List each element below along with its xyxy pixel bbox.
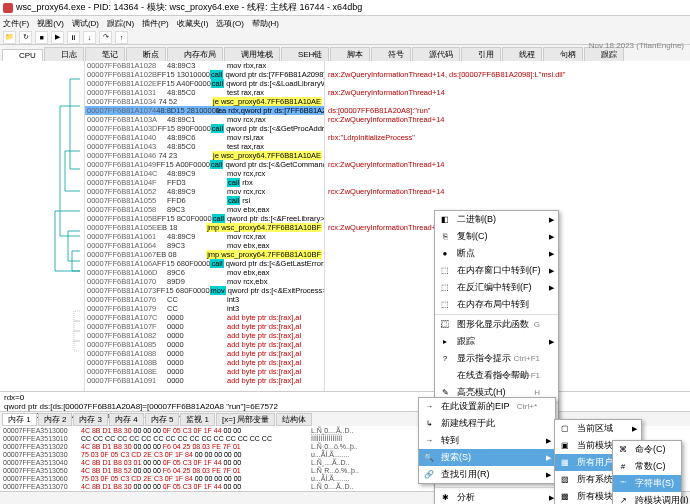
tab-10[interactable]: 引用 [461,47,501,61]
menu-item[interactable]: 跟踪(N) [107,18,134,29]
disasm-row[interactable]: 00007FF6B81A104048:89C6mov rsi,rax [85,133,324,142]
disasm-row[interactable]: 00007FF6B81A102BFF15 13010000call qword … [85,70,324,79]
tab-1[interactable]: 日志 [44,47,84,61]
dump-tab[interactable]: 结构体 [276,413,312,426]
tab-5[interactable]: 调用堆栈 [224,47,280,61]
menu-item[interactable]: ""字符串(S) [613,475,681,492]
menu-item[interactable]: 帮助(H) [252,18,279,29]
disasm-row[interactable]: 00007FF6B81A107C0000add byte ptr ds:[rax… [85,313,324,322]
menu-item[interactable]: ◧二进制(B)▶ [435,211,558,228]
menu-item[interactable]: 视图(V) [37,18,64,29]
disassembly-view[interactable]: 00007FF6B81A102848:89C3mov rbx,rax00007F… [85,61,325,391]
menu-item[interactable]: 在线查看指令帮助Ctrl+Shift+F1 [435,367,558,384]
disasm-row[interactable]: 00007FF6B81A1079CCint3 [85,304,324,313]
dump-tab[interactable]: [x=] 局部变量 [216,413,275,426]
dump-tab[interactable]: 内存 2 [38,413,73,426]
menu-item[interactable]: ⬚在内存窗口中转到(F)▶ [435,262,558,279]
menu-item[interactable]: 收藏夹(I) [177,18,209,29]
disasm-row[interactable]: 00007FF6B81A107089D9mov rcx,ebx [85,277,324,286]
menu-item[interactable]: ▢当前区域▶ [555,420,641,437]
menu-item[interactable]: 🔍搜索(S)▶ [419,449,555,466]
dump-tab[interactable]: 内存 4 [109,413,144,426]
menu-item[interactable]: ⿴图形化显示此函数G [435,316,558,333]
disasm-row[interactable]: 00007FF6B81A10880000add byte ptr ds:[rax… [85,349,324,358]
restart-button[interactable]: ↻ [19,31,32,44]
dump-tab[interactable]: 监视 1 [180,413,215,426]
disasm-row[interactable]: 00007FF6B81A103148:85C0test rax,rax [85,88,324,97]
disasm-row[interactable]: 00007FF6B81A106489C3mov ebx,eax [85,241,324,250]
disasm-row[interactable]: 00007FF6B81A104348:85C0test rax,rax [85,142,324,151]
menu-item[interactable]: 调试(D) [72,18,99,29]
comment-row [328,61,687,70]
disasm-row[interactable]: 00007FF6B81A106148:89C9mov rcx,rax [85,232,324,241]
disasm-row[interactable]: 00007FF6B81A105EEB 18jmp wsc_proxy64.7FF… [85,223,324,232]
stop-button[interactable]: ■ [35,31,48,44]
context-menu-sub3[interactable]: ⌘命令(C)#常数(C)""字符串(S)↗跨模块调用(I)⇄互相引用(C){}G… [612,440,682,504]
menu-item[interactable]: →转到▶ [419,432,555,449]
step-over-button[interactable]: ↷ [99,31,112,44]
menu-item[interactable]: ⬚在内存布局中转到 [435,296,558,313]
disasm-row[interactable]: 00007FF6B81A1073FF15 680F0000mov qword p… [85,286,324,295]
disasm-row[interactable]: 00007FF6B81A106AFF15 680F0000call qword … [85,259,324,268]
step-into-button[interactable]: ↓ [83,31,96,44]
menu-item[interactable]: ▸跟踪▶ [435,333,558,350]
shortcut: G [534,320,540,329]
menu-item[interactable]: →在此设置新的EIPCtrl+* [419,398,555,415]
menu-item[interactable]: 文件(F) [3,18,29,29]
menu-item[interactable]: ?显示指令提示Ctrl+F1 [435,350,558,367]
disasm-row[interactable]: 00007FF6B81A1055FFD6call rsi [85,196,324,205]
tab-11[interactable]: 线程 [502,47,542,61]
disasm-row[interactable]: 00007FF6B81A1076CCint3 [85,295,324,304]
tab-0[interactable]: CPU [2,49,43,61]
tab-8[interactable]: 符号 [371,47,411,61]
disasm-row[interactable]: 00007FF6B81A103DFF15 890F0000call qword … [85,124,324,133]
disasm-row[interactable]: 00007FF6B81A106D89C6mov ebx,eax [85,268,324,277]
info-line: qword ptr ds:[ds:[00007FF6B81A20A8]=[000… [4,402,686,411]
disasm-row[interactable]: 00007FF6B81A10820000add byte ptr ds:[rax… [85,331,324,340]
menu-item[interactable]: 插件(P) [142,18,169,29]
menu-item[interactable]: ✱分析▶ [435,489,558,504]
disasm-row[interactable]: 00007FF6B81A104C48:89C9mov rcx,rcx [85,169,324,178]
disasm-row[interactable]: 00007FF6B81A107448:8D15 28100000lea rdx,… [85,106,324,115]
step-out-button[interactable]: ↑ [115,31,128,44]
disasm-row[interactable]: 00007FF6B81A104FFFD3call rbx [85,178,324,187]
pause-button[interactable]: ⏸ [67,31,80,44]
disasm-row[interactable]: 00007FF6B81A108B0000add byte ptr ds:[rax… [85,358,324,367]
menu-item[interactable]: ↳新建线程于此 [419,415,555,432]
menu-item[interactable]: 选项(O) [216,18,244,29]
open-button[interactable]: 📁 [3,31,16,44]
menu-item[interactable]: 🔗查找引用(R)▶ [419,466,555,483]
dump-tab[interactable]: 内存 3 [73,413,108,426]
tab-3[interactable]: 断点 [126,47,166,61]
tab-2[interactable]: 笔记 [85,47,125,61]
disasm-row[interactable]: 00007FF6B81A102848:89C3mov rbx,rax [85,61,324,70]
dump-tab[interactable]: 内存 5 [145,413,180,426]
disasm-row[interactable]: 00007FF6B81A1049FF15 A00F0000call qword … [85,160,324,169]
disasm-row[interactable]: 00007FF6B81A107F0000add byte ptr ds:[rax… [85,322,324,331]
menu-item[interactable]: ⌘命令(C) [613,441,681,458]
dump-tab[interactable]: 内存 1 [2,413,37,426]
context-menu-sub1[interactable]: →在此设置新的EIPCtrl+*↳新建线程于此→转到▶🔍搜索(S)▶🔗查找引用(… [418,397,556,484]
run-button[interactable]: ▶ [51,31,64,44]
tab-7[interactable]: 脚本 [330,47,370,61]
disasm-row[interactable]: 00007FF6B81A105BFF15 8C0F0000call qword … [85,214,324,223]
menu-item[interactable]: #常数(C) [613,458,681,475]
tab-6[interactable]: SEH链 [281,47,329,61]
menu-item[interactable]: ⬚在反汇编中转到(F)▶ [435,279,558,296]
disasm-row[interactable]: 00007FF6B81A103474 52je wsc_proxy64.7FF6… [85,97,324,106]
tab-4[interactable]: 内存布局 [167,47,223,61]
tab-12[interactable]: 句柄 [543,47,583,61]
menu-item[interactable]: ●断点▶ [435,245,558,262]
menu-item[interactable]: ⎘复制(C)▶ [435,228,558,245]
disasm-row[interactable]: 00007FF6B81A10910000add byte ptr ds:[rax… [85,376,324,385]
disasm-row[interactable]: 00007FF6B81A103A48:89C1mov rcx,rax [85,115,324,124]
disasm-row[interactable]: 00007FF6B81A10850000add byte ptr ds:[rax… [85,340,324,349]
disasm-row[interactable]: 00007FF6B81A105248:89C9mov rcx,rcx [85,187,324,196]
tab-9[interactable]: 源代码 [412,47,460,61]
disasm-row[interactable]: 00007FF6B81A105889C3mov ebx,eax [85,205,324,214]
disasm-row[interactable]: 00007FF6B81A1067EB 08jmp wsc_proxy64.7FF… [85,250,324,259]
disasm-row[interactable]: 00007FF6B81A108E0000add byte ptr ds:[rax… [85,367,324,376]
disasm-row[interactable]: 00007FF6B81A104674 23je wsc_proxy64.7FF6… [85,151,324,160]
disasm-row[interactable]: 00007FF6B81A102EFF15 A40F0000call qword … [85,79,324,88]
menu-item[interactable]: ↗跨模块调用(I) [613,492,681,504]
